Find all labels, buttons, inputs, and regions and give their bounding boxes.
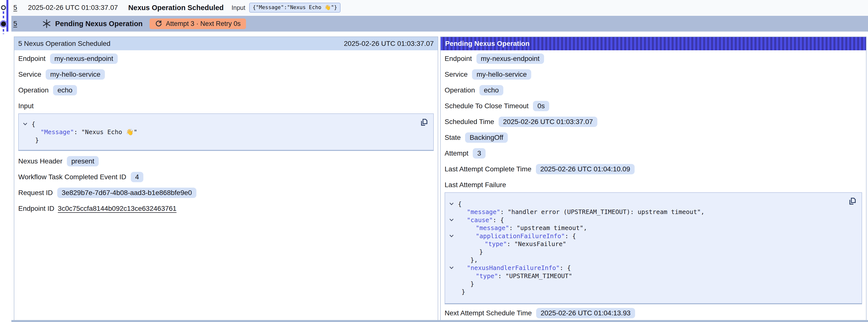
field-label: Operation xyxy=(444,86,475,94)
code-line: { xyxy=(19,120,433,128)
event-input-label: Input xyxy=(232,4,246,11)
field-value-badge: 3 xyxy=(473,148,486,159)
event-detail-header-title: 5 Nexus Operation Scheduled xyxy=(18,40,111,47)
event-id-link[interactable]: 5 xyxy=(13,20,17,28)
field-value-badge: my-hello-service xyxy=(472,69,531,79)
code-line: "message": "handler error (UPSTREAM_TIME… xyxy=(445,208,862,216)
json-value: } xyxy=(461,288,465,295)
field-value-badge: present xyxy=(67,156,99,166)
code-line: "nexusHandlerFailureInfo": { xyxy=(445,264,862,272)
json-key: "cause" xyxy=(467,217,493,224)
json-key: "message" xyxy=(467,208,500,216)
json-value: : "Nexus Echo 👋" xyxy=(74,128,137,136)
field-row: Request ID3e829b7e-7d67-4b08-aad3-b1e868… xyxy=(18,187,434,198)
event-id-link[interactable]: 5 xyxy=(13,4,17,11)
json-key: "nexusHandlerFailureInfo" xyxy=(467,264,560,271)
json-value: : "NexusFailure" xyxy=(507,240,566,248)
field-row: Next Attempt Schedule Time 2025-02-26 UT… xyxy=(444,308,862,319)
last-attempt-failure-label: Last Attempt Failure xyxy=(444,180,862,190)
field-value-badge: 0s xyxy=(533,101,549,111)
field-label: Attempt xyxy=(444,150,468,157)
code-line: "type": "UPSTREAM_TIMEOUT" xyxy=(445,272,862,280)
field-row: Endpoint ID 3c0c75ccfa8144b092c13ce63246… xyxy=(18,203,434,214)
json-key: "Message" xyxy=(40,128,74,136)
code-line: } xyxy=(445,280,862,288)
field-value-badge: BackingOff xyxy=(465,132,507,143)
chevron-down-icon[interactable] xyxy=(449,265,454,270)
field-label: Schedule To Close Timeout xyxy=(444,102,528,110)
json-value: : "upstream timeout", xyxy=(509,224,587,231)
pending-operation-header: Pending Nexus Operation xyxy=(441,37,866,50)
code-line: { xyxy=(445,200,862,208)
json-key: "applicationFailureInfo" xyxy=(476,232,565,240)
json-value: } xyxy=(479,248,483,255)
json-value: : { xyxy=(560,264,571,271)
timeline-node-selected-icon xyxy=(1,22,6,26)
event-input-chip[interactable]: {"Message":"Nexus Echo 👋"} xyxy=(249,3,340,12)
timeline-active-bar xyxy=(6,0,8,32)
json-value: } xyxy=(35,137,39,144)
pending-asterisk-icon xyxy=(42,19,51,28)
json-value: : "UPSTREAM_TIMEOUT" xyxy=(498,272,572,280)
code-line: "cause": { xyxy=(445,216,862,224)
chevron-down-icon[interactable] xyxy=(449,202,454,206)
field-label: State xyxy=(444,134,461,141)
code-line: } xyxy=(445,248,862,256)
field-label: Last Attempt Complete Time xyxy=(444,165,531,173)
field-value-badge: my-nexus-endpoint xyxy=(476,54,544,64)
field-value-badge: 2025-02-26 UTC 01:04:13.93 xyxy=(536,308,635,318)
field-row: Schedule To Close Timeout0s xyxy=(444,101,862,111)
field-row: Scheduled Time2025-02-26 UTC 01:03:37.07 xyxy=(444,117,862,127)
chevron-down-icon[interactable] xyxy=(23,122,28,126)
field-label: Workflow Task Completed Event ID xyxy=(18,173,126,181)
field-row: StateBackingOff xyxy=(444,132,862,143)
field-label: Endpoint ID xyxy=(18,205,54,213)
code-line: }, xyxy=(445,256,862,264)
next-row-partial-edge xyxy=(11,320,868,322)
field-label: Nexus Header xyxy=(18,157,62,165)
event-detail-header: 5 Nexus Operation Scheduled 2025-02-26 U… xyxy=(14,37,438,50)
event-row-nexus-operation-scheduled[interactable]: 5 2025-02-26 UTC 01:03:37.07 Nexus Opera… xyxy=(11,0,868,15)
event-detail-panel: 5 Nexus Operation Scheduled 2025-02-26 U… xyxy=(14,36,438,322)
field-row: Attempt3 xyxy=(444,148,862,159)
code-line: } xyxy=(445,288,862,296)
retry-badge-text: Attempt 3 · Next Retry 0s xyxy=(166,20,241,28)
field-value-badge: my-hello-service xyxy=(45,69,105,79)
field-row: Nexus Headerpresent xyxy=(18,156,434,167)
pending-title: Pending Nexus Operation xyxy=(55,20,143,28)
timeline-node-open-icon xyxy=(1,5,6,10)
field-value-badge: 4 xyxy=(131,172,144,182)
field-row: Workflow Task Completed Event ID4 xyxy=(18,171,434,183)
field-row: Servicemy-hello-service xyxy=(18,69,434,80)
json-value: { xyxy=(458,200,462,207)
field-label: Endpoint xyxy=(444,55,472,63)
event-timestamp: 2025-02-26 UTC 01:03:37.07 xyxy=(28,4,118,11)
field-label: Service xyxy=(18,70,41,78)
code-line: "Message": "Nexus Echo 👋" xyxy=(19,128,433,136)
field-label: Service xyxy=(444,70,468,78)
workflow-event-history-page: 5 2025-02-26 UTC 01:03:37.07 Nexus Opera… xyxy=(0,0,868,322)
field-label: Operation xyxy=(18,86,49,94)
json-value: : { xyxy=(565,232,576,240)
retry-icon xyxy=(155,20,162,27)
field-row: Endpointmy-nexus-endpoint xyxy=(18,53,434,64)
event-row-pending-nexus-operation[interactable]: 5 Pending Nexus Operation Attempt 3 · Ne… xyxy=(11,16,868,32)
field-label: Endpoint xyxy=(18,55,45,63)
field-value-badge: 3e829b7e-7d67-4b08-aad3-b1e868bfe9e0 xyxy=(57,188,196,198)
code-line: "applicationFailureInfo": { xyxy=(445,232,862,240)
endpoint-id-link[interactable]: 3c0c75ccfa8144b092c13ce632463761 xyxy=(58,205,177,213)
field-label: Request ID xyxy=(18,189,53,197)
field-row: Operationecho xyxy=(444,85,862,96)
event-detail-header-time: 2025-02-26 UTC 01:03:37.07 xyxy=(344,40,434,47)
chevron-down-icon[interactable] xyxy=(449,218,454,222)
input-section-label: Input xyxy=(18,101,434,111)
chevron-down-icon[interactable] xyxy=(449,234,454,238)
field-value-badge: echo xyxy=(53,85,77,95)
field-value-badge: echo xyxy=(479,85,503,95)
field-value-badge: 2025-02-26 UTC 01:04:10.09 xyxy=(536,164,634,174)
json-value: : "handler error (UPSTREAM_TIMEOUT): ups… xyxy=(500,208,705,216)
pending-operation-panel: Pending Nexus Operation Endpointmy-nexus… xyxy=(440,36,867,322)
json-key: "type" xyxy=(485,240,507,248)
field-row: Servicemy-hello-service xyxy=(444,69,862,80)
field-label: Scheduled Time xyxy=(444,118,494,126)
